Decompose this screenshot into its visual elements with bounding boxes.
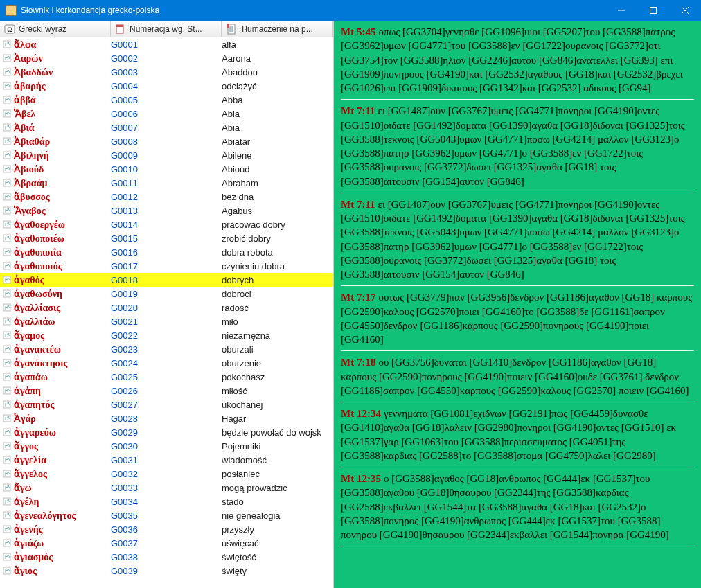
dictionary-row[interactable]: ἀγαθόςG0018dobrych	[0, 273, 333, 287]
cell-translation: dobroci	[222, 289, 333, 299]
cell-greek: ἄγαμος	[0, 330, 111, 341]
title-bar[interactable]: Słownik i korkondancja grecko-polska	[0, 0, 701, 21]
cell-greek: ἄγγελος	[0, 468, 111, 480]
dictionary-row[interactable]: ἀγαθοεργέωG0014pracować dobry	[0, 217, 333, 231]
cell-greek: ἀγαλλιάω	[0, 316, 111, 328]
cell-greek: ἀγαθός	[0, 274, 111, 286]
cell-number: G0001	[111, 39, 222, 50]
dictionary-row[interactable]: ἀγενεαλόγητοςG0035nie genealogia	[0, 508, 333, 522]
dictionary-row[interactable]: ἄγωG0033mogą prowadzić	[0, 481, 333, 495]
dictionary-row[interactable]: ἀγάπηG0026miłość	[0, 384, 333, 398]
dictionary-row[interactable]: ἈβιούδG0010Abioud	[0, 162, 333, 176]
verse-block: Mt 7:17ουτως [GG3779]παν [GG3956]δενδρον…	[341, 290, 694, 346]
row-icon	[3, 67, 12, 77]
dictionary-row[interactable]: ἈβραάμG0011Abraham	[0, 176, 333, 190]
cell-number: G0003	[111, 67, 222, 78]
greek-word: Ἅβελ	[14, 108, 35, 120]
dictionary-row[interactable]: ἀγαλλίασιςG0020radość	[0, 301, 333, 314]
dictionary-row[interactable]: ἅγιοςG0039święty	[0, 564, 333, 578]
row-icon	[3, 109, 12, 118]
greek-word: Ἁγάρ	[14, 413, 36, 425]
cell-number: G0024	[111, 358, 222, 368]
dictionary-row[interactable]: ἈβαδδώνG0003Abaddon	[0, 65, 333, 79]
verse-text: ουτως [GG3779]παν [GG3956]δενδρον [GG118…	[341, 292, 692, 345]
dictionary-row[interactable]: ἄβυσσοςG0012bez dna	[0, 190, 333, 204]
dictionary-row[interactable]: ἁγιασμόςG0038świętość	[0, 550, 333, 564]
dictionary-row[interactable]: ἄγγελοςG0032posłaniec	[0, 467, 333, 481]
greek-word: ἀγγαρεύω	[14, 427, 56, 438]
cell-translation: dobrych	[222, 275, 333, 285]
dictionary-row[interactable]: ἀγενήςG0036przyszły	[0, 522, 333, 536]
cell-greek: ἀγαπάω	[0, 371, 111, 383]
verse-divider	[341, 402, 694, 402]
cell-greek: ἁγιασμός	[0, 551, 111, 563]
dictionary-row[interactable]: ἀγαθοποιόςG0017czynieniu dobra	[0, 259, 333, 273]
cell-greek: Ἀαρών	[0, 53, 111, 64]
cell-greek: ἀγαθοποιός	[0, 260, 111, 272]
dictionary-row[interactable]: ἈαρώνG0002Aarona	[0, 51, 333, 65]
verse-divider	[341, 546, 694, 546]
cell-translation: Abioud	[222, 164, 333, 175]
verse-text: γεννηματα [GG1081]εχιδνων [GG2191]πως [G…	[341, 408, 676, 461]
row-icon	[3, 483, 12, 492]
verse-divider	[341, 99, 694, 100]
greek-word: Ἀβραάμ	[14, 177, 47, 189]
cell-translation: odciążyć	[222, 81, 333, 91]
dictionary-row[interactable]: ἈβιάG0007Abia	[0, 121, 333, 134]
dictionary-row[interactable]: ἀγανακτέωG0023oburzali	[0, 342, 333, 356]
cell-translation: alfa	[222, 39, 333, 50]
greek-word: ἄλφα	[14, 39, 36, 51]
verse-text: οπως [GG3704]γενησθε [GG1096]υιοι [GG520…	[341, 26, 683, 93]
cell-translation: stado	[222, 497, 333, 507]
dictionary-row[interactable]: ἉγάρG0028Hagar	[0, 411, 333, 425]
dictionary-row[interactable]: ἀββάG0005Abba	[0, 93, 333, 107]
dictionary-row[interactable]: ἀγγαρεύωG0029będzie powołać do wojsk	[0, 425, 333, 439]
dictionary-row[interactable]: ἄγαμοςG0022niezamężna	[0, 328, 333, 342]
dictionary-row[interactable]: ἄλφαG0001alfa	[0, 37, 333, 51]
dictionary-rows[interactable]: ἄλφαG0001alfaἈαρώνG0002AaronaἈβαδδώνG000…	[0, 37, 333, 588]
cell-greek: ἀγαθωσύνη	[0, 288, 111, 300]
row-icon	[3, 233, 12, 243]
dictionary-row[interactable]: ἀβαρήςG0004odciążyć	[0, 79, 333, 93]
dictionary-row[interactable]: ἀγγελίαG0031wiadomość	[0, 453, 333, 467]
maximize-button[interactable]	[637, 0, 669, 21]
dictionary-row[interactable]: ἁγιάζωG0037uświęcać	[0, 536, 333, 550]
row-icon	[3, 261, 12, 271]
cell-number: G0026	[111, 386, 222, 396]
minimize-button[interactable]	[605, 0, 637, 21]
cell-translation: Abia	[222, 123, 333, 133]
dictionary-row[interactable]: ἍγαβοςG0013Agabus	[0, 204, 333, 217]
dictionary-row[interactable]: ἀγανάκτησιςG0024oburzenie	[0, 356, 333, 370]
dictionary-row[interactable]: ἀγαπητόςG0027ukochanej	[0, 398, 333, 411]
cell-greek: ἀγαπητός	[0, 399, 111, 411]
dictionary-row[interactable]: ἀγέληG0034stado	[0, 495, 333, 508]
column-translation[interactable]: Tłumaczenie na p...	[222, 21, 333, 37]
row-icon	[3, 524, 12, 534]
greek-word: ἀγανάκτησις	[14, 357, 67, 369]
column-number[interactable]: Numeracja wg. St...	[111, 21, 222, 37]
cell-number: G0005	[111, 95, 222, 105]
verse-text: ο [GG3588]αγαθος [GG18]ανθρωπος [GG444]ε…	[341, 473, 669, 540]
dictionary-row[interactable]: ἈβιαθάρG0008Abiatar	[0, 134, 333, 148]
cell-greek: Ἁγάρ	[0, 413, 111, 425]
dictionary-row[interactable]: ἀγαθοποιέωG0015zrobić dobry	[0, 231, 333, 245]
column-greek-label: Grecki wyraz	[19, 24, 66, 34]
verse-divider	[341, 350, 694, 351]
column-greek[interactable]: Ω Grecki wyraz	[0, 21, 111, 37]
greek-word: Ἀβιαθάρ	[14, 136, 50, 148]
cell-translation: miło	[222, 317, 333, 327]
verse-ref: Mt 5:45	[341, 26, 375, 37]
dictionary-row[interactable]: ἀγαπάωG0025pokochasz	[0, 370, 333, 384]
dictionary-row[interactable]: ἀγαθοποιΐαG0016dobra robota	[0, 245, 333, 259]
dictionary-row[interactable]: ἀγαλλιάωG0021miło	[0, 314, 333, 328]
dictionary-row[interactable]: ἄγγοςG0030Pojemniki	[0, 439, 333, 453]
verse-ref: Mt 12:35	[341, 473, 381, 484]
concordance-pane[interactable]: Mt 5:45οπως [GG3704]γενησθε [GG1096]υιοι…	[334, 21, 701, 588]
verse-block: Mt 7:11ει [GG1487]ουν [GG3767]υμεις [GG4…	[341, 104, 694, 188]
dictionary-row[interactable]: ἍβελG0006Abla	[0, 107, 333, 121]
dictionary-row[interactable]: ἈβιληνήG0009Abilene	[0, 148, 333, 162]
close-button[interactable]	[669, 0, 701, 21]
dictionary-row[interactable]: ἀγαθωσύνηG0019dobroci	[0, 287, 333, 301]
cell-translation: posłaniec	[222, 469, 333, 479]
greek-word: ἄγαμος	[14, 330, 44, 341]
